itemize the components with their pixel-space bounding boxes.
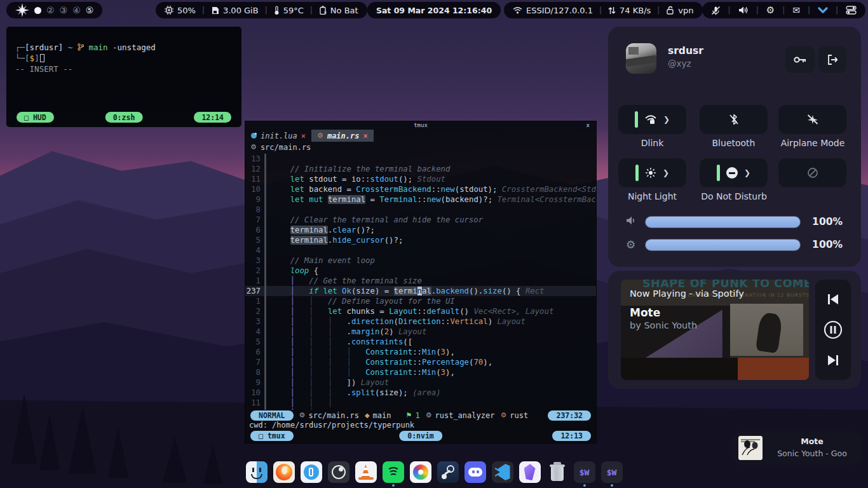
code-line[interactable]: 12 // Initialize the terminal backend bbox=[245, 164, 596, 174]
dock-item-vlc[interactable] bbox=[355, 461, 377, 487]
code-line[interactable]: 2 │ │ let chunks = Layout::default() Vec… bbox=[245, 306, 596, 316]
code-line[interactable]: 11 let stdout = io::stdout(); Stdout bbox=[245, 174, 596, 184]
code-line[interactable]: 1 │ │ // Define layout for the UI bbox=[245, 296, 596, 306]
workspace-2[interactable]: ② bbox=[46, 5, 55, 15]
tray-pill: | | ⚙ | ✉ | | bbox=[702, 2, 865, 18]
dock-item-swww-1[interactable]: $W bbox=[574, 461, 595, 487]
notification-body: Sonic Youth - Goo bbox=[768, 449, 857, 458]
code-line[interactable]: 10 │ │ │ .split(size); (area) bbox=[245, 388, 596, 398]
line-number: 12 bbox=[245, 164, 264, 174]
tile-wifi-dlink[interactable]: ❯ bbox=[618, 105, 686, 134]
tile-do-not-disturb[interactable]: ❯ bbox=[700, 158, 768, 187]
firefox-icon bbox=[273, 461, 295, 483]
code-line[interactable]: 8 bbox=[245, 205, 596, 215]
dock-item-firefox[interactable] bbox=[273, 461, 295, 487]
wifi-icon bbox=[513, 6, 522, 14]
dock-item-obs-studio[interactable] bbox=[328, 461, 349, 487]
code-area[interactable]: 1312 // Initialize the terminal backend1… bbox=[245, 152, 596, 410]
track-artist: by Sonic Youth bbox=[630, 320, 697, 330]
code-text: │ │ │ │ Constraint::Percentage(70), bbox=[271, 357, 492, 367]
dock-item-files[interactable] bbox=[246, 461, 268, 487]
mail-icon[interactable]: ✉ bbox=[792, 5, 800, 15]
code-line[interactable]: 10 let backend = CrosstermBackend::new(s… bbox=[245, 184, 596, 194]
microphone-muted-icon[interactable] bbox=[711, 6, 721, 15]
thermometer-icon bbox=[274, 6, 280, 15]
workspace-3[interactable]: ③ bbox=[60, 5, 68, 15]
code-text: │ │ let chunks = Layout::default() Vec<R… bbox=[271, 306, 553, 316]
tab-close-icon[interactable]: × bbox=[363, 132, 367, 140]
code-line[interactable]: 9 let mut terminal = Terminal::new(backe… bbox=[245, 194, 596, 205]
code-text: let mut terminal = Terminal::new(backend… bbox=[271, 194, 596, 205]
settings-gear-icon[interactable]: ⚙ bbox=[766, 4, 775, 16]
avatar bbox=[626, 43, 656, 74]
code-text: let backend = CrosstermBackend::new(stdo… bbox=[271, 184, 596, 194]
code-line[interactable]: 3 // Main event loop bbox=[245, 255, 596, 266]
dock-item-vscode[interactable] bbox=[492, 461, 513, 487]
vpn-stat[interactable]: vpn bbox=[666, 6, 693, 15]
tmux-session-pill[interactable]: □ tmux bbox=[250, 431, 294, 441]
toggles-icon[interactable] bbox=[846, 6, 857, 15]
dock-item-discord[interactable] bbox=[465, 461, 486, 487]
tmux-session-pill[interactable]: □ HUD bbox=[17, 112, 54, 123]
code-line[interactable]: 3 │ │ │ .direction(Direction::Vertical) … bbox=[245, 316, 596, 327]
sun-icon bbox=[645, 167, 656, 179]
code-line[interactable]: 1 │ // Get the terminal size bbox=[245, 276, 596, 286]
code-line[interactable]: 5 terminal.hide_cursor()?; bbox=[245, 235, 596, 245]
dock-item-trash[interactable] bbox=[546, 461, 568, 487]
tile-airplane-mode[interactable] bbox=[778, 105, 846, 134]
next-track-button[interactable] bbox=[826, 354, 840, 367]
code-line[interactable]: 8 │ │ │ │ Constraint::Min(3), bbox=[245, 367, 596, 377]
tab-close-icon[interactable]: × bbox=[301, 132, 306, 140]
steam-icon bbox=[437, 461, 459, 483]
code-line[interactable]: 9 │ │ │ ]) Layout bbox=[245, 377, 596, 388]
git-branch-icon bbox=[78, 43, 84, 51]
swww-2-icon: $W bbox=[601, 461, 623, 483]
dock-item-qbittorrent[interactable] bbox=[301, 461, 322, 487]
code-text: // Initialize the terminal backend bbox=[271, 164, 450, 174]
code-line[interactable]: 6 │ │ │ │ Constraint::Min(3), bbox=[245, 347, 596, 357]
workspace-1[interactable] bbox=[34, 7, 41, 14]
code-line[interactable]: 2 loop { bbox=[245, 266, 596, 276]
tmux-window-pill[interactable]: 0:zsh bbox=[105, 112, 143, 123]
code-text: │ │ // Define layout for the UI bbox=[271, 296, 455, 306]
code-line[interactable]: 4 bbox=[245, 245, 596, 255]
pause-button[interactable] bbox=[824, 320, 843, 339]
chevron-down-icon[interactable] bbox=[818, 7, 828, 14]
swww-1-icon: $W bbox=[574, 461, 595, 483]
dock-item-spotify[interactable] bbox=[383, 461, 404, 487]
password-key-button[interactable] bbox=[785, 46, 815, 73]
tmux-window-pill[interactable]: 0:nvim bbox=[399, 431, 442, 441]
notification-toast[interactable]: Mote Sonic Youth - Goo bbox=[732, 431, 863, 465]
memory-icon bbox=[211, 6, 219, 15]
code-line[interactable]: 6 terminal.clear()?; bbox=[245, 225, 596, 235]
tile-bluetooth[interactable] bbox=[700, 105, 768, 134]
dock-item-steam[interactable] bbox=[437, 461, 459, 487]
code-line[interactable]: 5 │ │ │ .constraints([ bbox=[245, 337, 596, 347]
dock-item-swww-2[interactable]: $W bbox=[601, 461, 623, 487]
previous-track-button[interactable] bbox=[826, 293, 840, 306]
code-line[interactable]: 4 │ │ │ .margin(2) Layout bbox=[245, 327, 596, 337]
clock-pill[interactable]: Sat 09 Mar 2024 12:16:40 bbox=[367, 2, 501, 18]
code-line-current[interactable]: 237 │ if let Ok(size) = terminal.backend… bbox=[245, 286, 596, 296]
speaker-icon[interactable] bbox=[738, 6, 749, 15]
terminal-window[interactable]: ┌─[srdusr] ~ main -unstaged └─[$] -- INS… bbox=[6, 27, 241, 127]
tab-init-lua[interactable]: init.lua × bbox=[245, 130, 311, 142]
dock-item-obsidian[interactable] bbox=[519, 461, 541, 487]
dock-item-photos[interactable] bbox=[410, 461, 431, 487]
tab-main-rs[interactable]: ⚙ main.rs × bbox=[311, 130, 374, 142]
wifi-stat[interactable]: ESSID/127.0.0.1 bbox=[513, 6, 593, 15]
volume-slider[interactable] bbox=[645, 216, 801, 228]
workspace-5[interactable]: ⑤ bbox=[86, 5, 94, 15]
code-line[interactable]: 11 │ │ │ bbox=[245, 398, 596, 408]
window-close-button[interactable]: x bbox=[587, 121, 590, 130]
brightness-slider[interactable] bbox=[645, 239, 801, 251]
lock-open-icon bbox=[666, 6, 674, 15]
logout-button[interactable] bbox=[818, 46, 846, 73]
code-line[interactable]: 13 bbox=[245, 154, 596, 164]
code-line[interactable]: 7 // Clear the terminal and hide the cur… bbox=[245, 215, 596, 225]
tile-disabled[interactable] bbox=[778, 158, 846, 187]
editor-window[interactable]: tmux x init.lua × ⚙ main.rs × ⚙ src/main… bbox=[245, 121, 597, 444]
workspace-4[interactable]: ④ bbox=[72, 5, 81, 15]
code-line[interactable]: 7 │ │ │ │ Constraint::Percentage(70), bbox=[245, 357, 596, 367]
tile-night-light[interactable]: ❯ bbox=[618, 158, 686, 187]
